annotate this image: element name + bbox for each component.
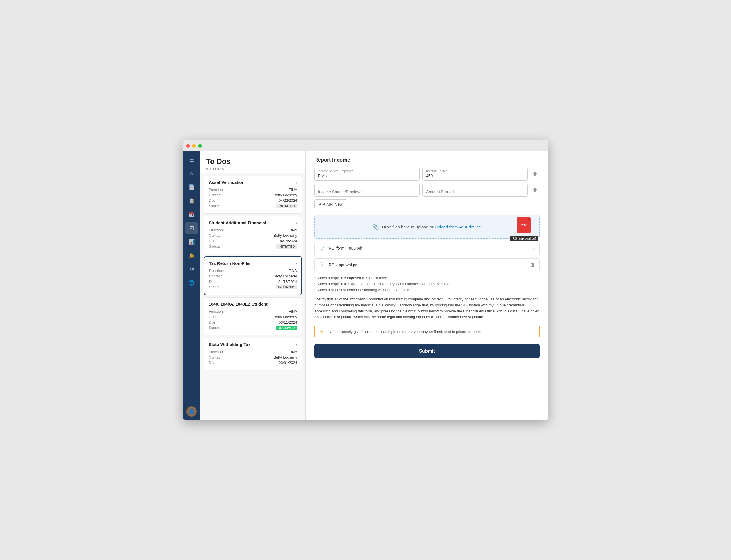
add-new-label: + Add New	[323, 202, 342, 207]
status-badge: INITIATED	[276, 244, 297, 249]
todo-card-row-due: Due: 04/13/2024	[209, 279, 297, 284]
warning-text: If you purposely give false or misleadin…	[326, 330, 481, 334]
todo-card-state-withholding[interactable]: State Witholding Tax › Function: FINA Co…	[204, 338, 302, 370]
file-close-1[interactable]: ×	[532, 247, 535, 252]
documents-nav[interactable]: 📄	[185, 181, 198, 193]
todo-card-title: Student Additional Financial	[209, 220, 296, 225]
chevron-icon: ›	[296, 221, 297, 225]
file-icon-2: 📄	[319, 262, 325, 267]
todo-card-row-due: Due: 04/15/2024	[209, 239, 297, 243]
todo-card-row-function: Function: FINA	[209, 188, 297, 192]
file-close-2[interactable]: 🗑	[530, 262, 535, 267]
drop-zone[interactable]: 📎 Drop files here to upload or Upload fr…	[314, 215, 540, 239]
function-label: Function:	[209, 350, 224, 354]
amount-earned-label-1: Amount Earned	[426, 169, 448, 173]
minimize-button[interactable]	[192, 144, 196, 148]
menu-button[interactable]: ☰	[185, 154, 198, 166]
todo-card-row-contact: Contact: Betty Locherty	[209, 315, 297, 319]
todo-card-header: Tax Return Non-Filer ›	[209, 261, 297, 266]
contact-value: Betty Locherty	[273, 274, 297, 278]
due-value: 04/13/2024	[278, 279, 297, 284]
todo-card-student-additional[interactable]: Student Additional Financial › Function:…	[204, 216, 302, 254]
chevron-icon: ›	[296, 180, 297, 185]
due-value: 04/15/2024	[279, 239, 297, 243]
upload-link[interactable]: Upload from your device.	[435, 225, 482, 229]
contact-value: Betty Locherty	[273, 233, 297, 238]
instruction-2: Attach a copy of IRS approval for extens…	[314, 282, 540, 286]
todo-card-row-function: Function: FINA	[209, 309, 297, 314]
function-label: Function:	[209, 269, 224, 273]
status-badge: INITIATED	[276, 285, 297, 289]
chevron-icon: ›	[296, 302, 297, 306]
chevron-icon: ›	[295, 261, 297, 266]
todo-card-1040-student[interactable]: 1040, 1040A, 1040EZ Student › Function: …	[204, 297, 302, 335]
sidebar-list: Asset Verification › Function: FINA Cont…	[200, 173, 305, 420]
chart-icon: 📊	[188, 239, 195, 245]
submit-button[interactable]: Submit	[314, 344, 540, 358]
todo-card-asset-verification[interactable]: Asset Verification › Function: FINA Cont…	[204, 176, 302, 214]
instruction-1: Attach a copy of completed IRS Form 4868…	[314, 276, 540, 280]
reports-nav[interactable]: 📋	[185, 195, 198, 207]
analytics-nav[interactable]: 📊	[185, 236, 198, 248]
income-source-label-1: Income Source/Employer	[318, 169, 353, 173]
status-label: Status:	[209, 244, 220, 249]
function-value: FINA	[289, 350, 297, 354]
document-icon: 📄	[188, 184, 195, 190]
icon-bar: ☰ ⌂ 📄 📋 📅 ☑ 📊 🔔 ✉	[183, 151, 200, 420]
todo-card-row-status: Status: RECEIVED	[209, 326, 297, 330]
todo-card-header: 1040, 1040A, 1040EZ Student ›	[209, 302, 297, 306]
todo-card-row-due: Due: 04/22/2024	[209, 198, 297, 203]
calendar-nav[interactable]: 📅	[185, 208, 198, 221]
contact-value: Betty Locherty	[273, 315, 297, 319]
todo-card-header: Student Additional Financial ›	[209, 220, 297, 225]
todo-card-row-due: Due: 03/01/2024	[209, 361, 297, 365]
due-label: Due:	[209, 239, 216, 243]
todo-card-row-function: Function: FINA	[209, 228, 297, 232]
todo-card-row-contact: Contact: Betty Locherty	[209, 274, 297, 278]
close-button[interactable]	[186, 144, 190, 148]
income-source-field-2	[314, 184, 420, 197]
clipboard-icon: 📋	[188, 198, 195, 204]
file-icon-1: 📄	[319, 246, 325, 252]
mail-nav[interactable]: ✉	[185, 263, 198, 275]
pdf-label: PDF	[521, 224, 527, 227]
income-source-input-2[interactable]	[314, 184, 420, 197]
contact-label: Contact:	[209, 274, 223, 278]
status-badge: RECEIVED	[275, 326, 297, 330]
titlebar	[183, 140, 548, 151]
amount-earned-input-2[interactable]	[423, 184, 528, 197]
todo-card-title: Tax Return Non-Filer	[209, 261, 295, 266]
warning-icon: ⚠	[319, 328, 324, 335]
trash-icon: 🗑	[533, 188, 538, 193]
pdf-icon: PDF	[517, 217, 531, 233]
todo-card-title: State Witholding Tax	[209, 342, 296, 347]
report-income-title: Report Income	[314, 157, 540, 163]
todo-card-row-function: Function: FINA	[209, 350, 297, 354]
todos-nav[interactable]: ☑	[185, 222, 198, 234]
pdf-tooltip: IRS_approval.pdf	[510, 236, 538, 241]
todo-card-row-contact: Contact: Betty Locherty	[209, 355, 297, 359]
income-row-1: Income Source/Employer Amount Earned 🗑	[314, 168, 540, 181]
avatar[interactable]: 👤	[186, 406, 197, 417]
status-label: Status:	[209, 285, 220, 289]
avatar-image: 👤	[188, 408, 195, 415]
delete-row-1-button[interactable]: 🗑	[531, 170, 540, 179]
income-source-field-1: Income Source/Employer	[314, 168, 420, 181]
instruction-3: Attach a signed statement estimating AGI…	[314, 288, 540, 292]
add-new-button[interactable]: + + Add New	[314, 199, 347, 209]
sidebar-title: To Dos	[206, 157, 300, 166]
notifications-nav[interactable]: 🔔	[185, 249, 198, 262]
drop-zone-text: Drop files here to upload or Upload from…	[382, 225, 482, 229]
contact-value: Betty Locherty	[273, 193, 297, 197]
file-name-1: IRS_form_4868.pdf	[327, 246, 532, 250]
status-label: Status:	[209, 326, 220, 330]
todo-card-tax-return[interactable]: Tax Return Non-Filer › Function: FINA Co…	[204, 256, 302, 295]
home-nav[interactable]: ⌂	[185, 167, 198, 180]
delete-row-2-button[interactable]: 🗑	[531, 186, 540, 195]
amount-earned-field-1: Amount Earned	[423, 168, 528, 181]
globe-nav[interactable]: 🌐	[185, 277, 198, 289]
sidebar-header: To Dos 9 TO DO'S	[200, 151, 305, 173]
bell-icon: 🔔	[188, 252, 195, 259]
file-info-2: IRS_approval.pdf	[327, 263, 530, 267]
maximize-button[interactable]	[198, 144, 202, 148]
